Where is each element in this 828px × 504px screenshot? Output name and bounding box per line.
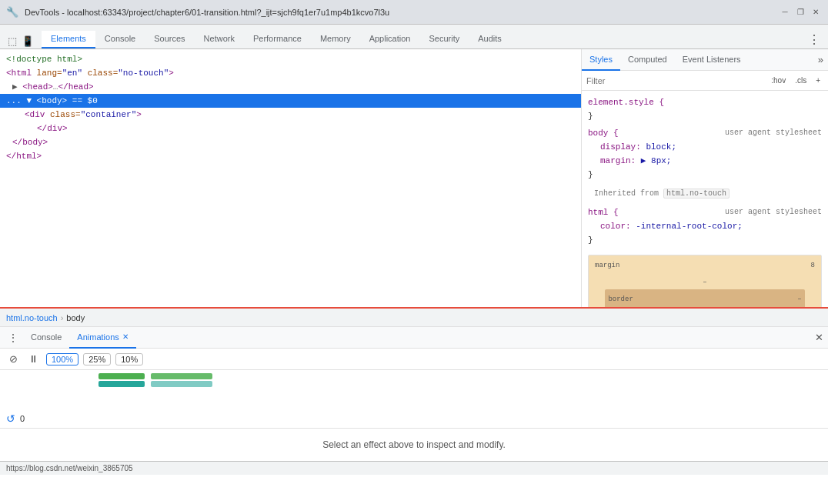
styles-tab-styles[interactable]: Styles [582, 49, 620, 71]
styles-filter-bar: :hov .cls + [582, 71, 828, 91]
margin-top: – [595, 275, 815, 289]
tab-elements[interactable]: Elements [42, 31, 95, 48]
dom-line-body-close[interactable]: </body> [0, 135, 581, 149]
styles-tabs: Styles Computed Event Listeners » [582, 49, 828, 71]
speed-25-button[interactable]: 25% [83, 353, 111, 365]
tab-memory[interactable]: Memory [311, 31, 360, 48]
timeline-cursor: ↺ 0 [0, 409, 828, 428]
margin-value: 8 [811, 259, 815, 272]
styles-tab-event-listeners[interactable]: Event Listeners [675, 49, 749, 71]
add-style-button[interactable]: + [813, 75, 823, 86]
devtools-favicon: 🔧 [6, 6, 18, 18]
tab-sources[interactable]: Sources [145, 31, 194, 48]
track-row-2 [6, 381, 822, 387]
dom-line-head[interactable]: ▶ <head>…</head> [0, 80, 581, 94]
tab-close-icon[interactable]: ✕ [122, 332, 129, 341]
tab-audits[interactable]: Audits [469, 31, 511, 48]
track-bar-2b [151, 381, 212, 387]
dom-line-doctype: <!doctype html> [0, 52, 581, 66]
inspect-element-button[interactable]: ⬚ [6, 34, 18, 48]
bottom-tab-menu-button[interactable]: ⋮ [3, 332, 23, 344]
box-model: margin 8 – 8 border – [588, 255, 822, 307]
restore-button[interactable]: ❐ [794, 6, 806, 18]
empty-message: Select an effect above to inspect and mo… [0, 428, 828, 462]
tab-application[interactable]: Application [360, 31, 420, 48]
speed-10-button[interactable]: 10% [115, 353, 143, 365]
style-rule-body: body { user agent stylesheet display: bl… [582, 125, 828, 183]
track-spacer-1 [6, 373, 95, 379]
animation-tracks [0, 370, 828, 409]
border-label: border [608, 292, 633, 306]
style-rule-element: element.style { } [582, 94, 828, 125]
border-value: – [797, 292, 801, 306]
dom-panel[interactable]: <!doctype html> <html lang="en" class="n… [0, 49, 582, 307]
speed-100-button[interactable]: 100% [46, 353, 78, 365]
bottom-panel: html.no-touch › body ⋮ Console Animation… [0, 307, 828, 461]
track-bar-1a [98, 373, 145, 379]
bottom-tabs-bar: ⋮ Console Animations ✕ ✕ [0, 327, 828, 349]
animation-controls: ⊘ ⏸ 100% 25% 10% [0, 349, 828, 370]
bottom-tab-animations[interactable]: Animations ✕ [69, 327, 135, 349]
style-rule-html: html { user agent stylesheet color: -int… [582, 204, 828, 249]
minimize-button[interactable]: ─ [779, 6, 791, 18]
tab-console[interactable]: Console [95, 31, 145, 48]
styles-filter-input[interactable] [586, 76, 765, 85]
styles-panel: Styles Computed Event Listeners » :hov .… [582, 49, 828, 307]
stop-animations-button[interactable]: ⊘ [6, 352, 21, 366]
more-tools-button[interactable]: ⋮ [806, 31, 822, 48]
device-toolbar-button[interactable]: 📱 [20, 34, 35, 48]
cursor-count: 0 [20, 414, 25, 423]
breadcrumb-bar: html.no-touch › body [0, 309, 828, 327]
tab-network[interactable]: Network [195, 31, 244, 48]
bottom-tab-console[interactable]: Console [23, 327, 69, 349]
status-bar: https://blog.csdn.net/weixin_3865705 [0, 461, 828, 475]
margin-label: margin [595, 259, 619, 272]
tab-security[interactable]: Security [419, 31, 469, 48]
close-button[interactable]: ✕ [810, 6, 822, 18]
hov-button[interactable]: :hov [768, 75, 789, 86]
breadcrumb-body[interactable]: body [66, 313, 85, 322]
cursor-icon: ↺ [6, 412, 15, 425]
inherited-section: Inherited from html.no-touch [582, 183, 828, 204]
titlebar: 🔧 DevTools - localhost:63343/project/cha… [0, 0, 828, 25]
dom-line-body-selected[interactable]: ... ▼ <body> == $0 [0, 94, 581, 108]
styles-tab-more[interactable]: » [813, 54, 828, 65]
tab-performance[interactable]: Performance [244, 31, 311, 48]
cls-button[interactable]: .cls [792, 75, 810, 86]
styles-tab-computed[interactable]: Computed [620, 49, 675, 71]
pause-animations-button[interactable]: ⏸ [25, 352, 42, 366]
breadcrumb-html[interactable]: html.no-touch [6, 313, 58, 322]
devtools-tab-bar: ⬚ 📱 Elements Console Sources Network Per… [0, 25, 828, 49]
styles-content: element.style { } body { user agent styl… [582, 91, 828, 307]
track-row-1 [6, 373, 822, 379]
track-bar-1b [151, 373, 212, 379]
dom-line-div-close[interactable]: </div> [0, 122, 581, 135]
window-title: DevTools - localhost:63343/project/chapt… [25, 8, 773, 17]
dom-line-html: <html lang="en" class="no-touch"> [0, 66, 581, 80]
dom-line-html-close[interactable]: </html> [0, 149, 581, 163]
devtools-main-area: <!doctype html> <html lang="en" class="n… [0, 49, 828, 307]
window-controls: ─ ❐ ✕ [779, 6, 822, 18]
status-url: https://blog.csdn.net/weixin_3865705 [6, 464, 133, 472]
close-bottom-panel-button[interactable]: ✕ [813, 330, 825, 345]
dom-line-div-container[interactable]: <div class="container"> [0, 108, 581, 122]
track-spacer-2 [6, 381, 95, 387]
track-bar-2a [98, 381, 145, 387]
